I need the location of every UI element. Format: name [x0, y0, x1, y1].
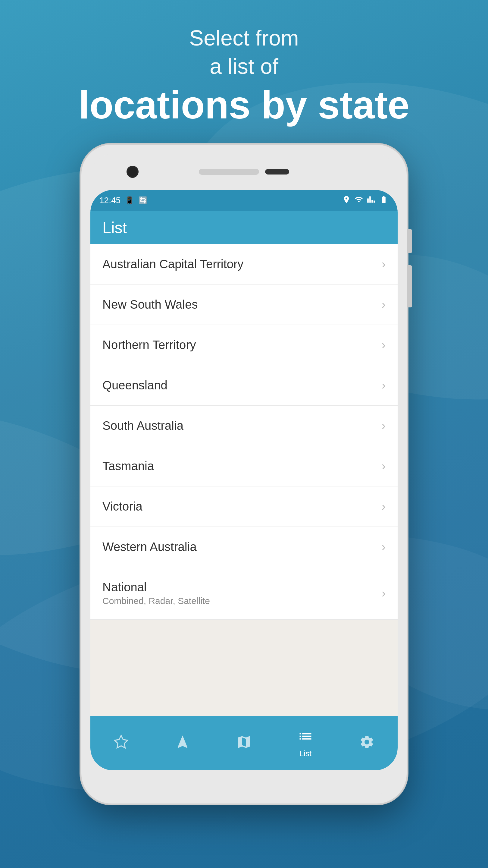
status-time: 12:45	[99, 195, 121, 205]
favorites-icon	[113, 734, 129, 752]
list-item[interactable]: Queensland ›	[90, 365, 398, 406]
battery-icon	[379, 195, 389, 206]
wifi-icon	[354, 195, 363, 206]
svg-marker-5	[115, 736, 127, 748]
chevron-right-icon: ›	[382, 419, 386, 433]
chevron-right-icon: ›	[382, 540, 386, 554]
states-list: Australian Capital Territory › New South…	[90, 244, 398, 620]
list-item-title: Tasmania	[102, 459, 154, 473]
speaker-grille	[199, 169, 259, 175]
chevron-right-icon: ›	[382, 500, 386, 513]
header-subtitle: Select from a list of	[78, 24, 410, 81]
status-bar-right	[342, 195, 389, 206]
list-item-national[interactable]: National Combined, Radar, Satellite ›	[90, 567, 398, 620]
list-item-subtitle: Combined, Radar, Satellite	[102, 596, 210, 606]
list-item[interactable]: Tasmania ›	[90, 446, 398, 487]
status-bar: 12:45 📱 🔄	[90, 190, 398, 211]
list-item-title: Northern Territory	[102, 338, 196, 352]
list-item[interactable]: New South Wales ›	[90, 284, 398, 325]
list-item-title: National	[102, 581, 210, 594]
nav-list[interactable]: List	[281, 728, 330, 758]
list-item[interactable]: Victoria ›	[90, 487, 398, 527]
sync-icon: 🔄	[138, 196, 148, 205]
phone-bottom-bezel	[90, 770, 398, 795]
settings-icon	[359, 734, 375, 752]
sim-icon: 📱	[125, 196, 134, 205]
chevron-right-icon: ›	[382, 459, 386, 473]
phone-top-bezel	[90, 154, 398, 190]
list-item-title: Australian Capital Territory	[102, 257, 243, 271]
chevron-right-icon: ›	[382, 378, 386, 392]
list-item-title: Queensland	[102, 378, 167, 392]
nav-list-label: List	[299, 749, 312, 758]
status-bar-left: 12:45 📱 🔄	[99, 195, 148, 205]
chevron-right-icon: ›	[382, 257, 386, 271]
signal-icon	[367, 195, 375, 206]
list-item-title: New South Wales	[102, 298, 198, 311]
power-button	[407, 229, 412, 253]
list-item-title: Victoria	[102, 500, 142, 513]
list-item-title: Western Australia	[102, 540, 197, 554]
header-title: locations by state	[78, 84, 410, 127]
nav-favorites[interactable]	[97, 734, 145, 752]
phone-screen: 12:45 📱 🔄	[90, 190, 398, 770]
app-bar: List	[90, 211, 398, 244]
list-item[interactable]: Northern Territory ›	[90, 325, 398, 365]
empty-area	[90, 620, 398, 716]
list-item[interactable]: South Australia ›	[90, 406, 398, 446]
list-icon	[298, 728, 313, 747]
bottom-navigation: List	[90, 716, 398, 770]
list-item-title: South Australia	[102, 419, 184, 433]
list-item[interactable]: Western Australia ›	[90, 527, 398, 567]
volume-button	[407, 265, 412, 307]
earpiece	[265, 169, 289, 175]
header-section: Select from a list of locations by state	[78, 24, 410, 127]
app-title: List	[102, 218, 127, 237]
navigation-icon	[175, 734, 190, 752]
camera-lens	[127, 166, 138, 178]
chevron-right-icon: ›	[382, 298, 386, 311]
chevron-right-icon: ›	[382, 338, 386, 352]
chevron-right-icon: ›	[382, 587, 386, 600]
phone-frame: 12:45 📱 🔄	[82, 145, 407, 804]
list-item[interactable]: Australian Capital Territory ›	[90, 244, 398, 284]
map-icon	[236, 734, 252, 752]
nav-location[interactable]	[158, 734, 207, 752]
location-icon	[342, 195, 351, 206]
nav-map[interactable]	[220, 734, 268, 752]
nav-settings[interactable]	[343, 734, 391, 752]
